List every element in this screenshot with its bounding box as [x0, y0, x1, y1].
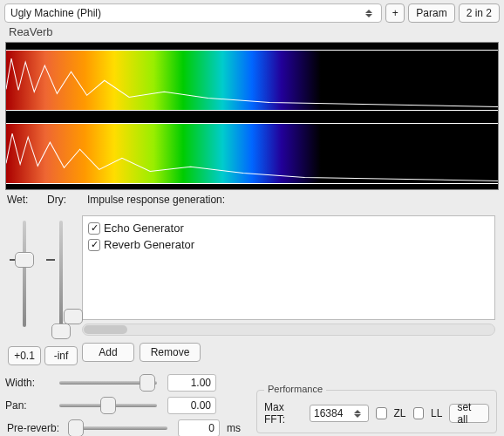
width-slider[interactable] — [56, 376, 160, 390]
dry-label: Dry: — [47, 194, 78, 206]
list-scroll-thumb[interactable] — [64, 309, 83, 324]
dry-slider-thumb[interactable] — [51, 324, 71, 339]
list-horizontal-scrollbar[interactable] — [82, 324, 495, 336]
param-button[interactable]: Param — [408, 3, 454, 23]
performance-group: Performance Max FFT: 16384 ZL LL set all — [256, 390, 497, 433]
pre-reverb-slider-thumb[interactable] — [68, 419, 84, 436]
wet-slider-thumb[interactable] — [15, 252, 34, 268]
width-slider-thumb[interactable] — [140, 374, 155, 392]
wet-value-button[interactable]: +0.1 — [8, 346, 41, 365]
zl-label: ZL — [394, 407, 406, 419]
preset-dropdown-label: Ugly Machine (Phil) — [10, 7, 101, 19]
io-button[interactable]: 2 in 2 — [459, 3, 500, 23]
pan-slider-thumb[interactable] — [100, 397, 116, 414]
checkbox-icon[interactable] — [88, 222, 100, 235]
pan-value-field[interactable]: 0.00 — [167, 397, 216, 414]
ll-label: LL — [431, 407, 442, 419]
pre-reverb-slider[interactable] — [66, 421, 171, 435]
maxfft-label: Max FFT: — [264, 401, 303, 426]
preset-dropdown[interactable]: Ugly Machine (Phil) — [4, 3, 382, 23]
add-preset-button[interactable]: + — [385, 3, 405, 23]
wet-label: Wet: — [7, 194, 38, 206]
wet-slider[interactable] — [13, 217, 36, 330]
plugin-name: ReaVerb — [0, 23, 504, 42]
remove-button[interactable]: Remove — [140, 343, 201, 362]
pan-slider[interactable] — [56, 399, 160, 412]
ir-list[interactable]: Echo Generator Reverb Generator — [82, 215, 495, 320]
pre-reverb-label: Pre-reverb: — [7, 422, 59, 434]
stepper-icon — [365, 10, 376, 17]
list-item[interactable]: Echo Generator — [88, 220, 489, 236]
spectrum-display: 0.97s 44kHz 2ch, max: -6.0dB — [5, 42, 499, 190]
width-value-field[interactable]: 1.00 — [167, 374, 216, 392]
pre-reverb-value-field[interactable]: 0 — [178, 419, 220, 436]
checkbox-icon[interactable] — [88, 239, 100, 251]
ir-label: Impulse response generation: — [87, 194, 225, 206]
ll-checkbox[interactable] — [413, 407, 425, 419]
list-item[interactable]: Reverb Generator — [88, 236, 489, 253]
set-all-button[interactable]: set all — [449, 404, 489, 423]
stepper-icon — [354, 410, 364, 418]
maxfft-select[interactable]: 16384 — [310, 405, 369, 422]
performance-title: Performance — [264, 384, 326, 394]
dry-value-button[interactable]: -inf — [44, 346, 78, 365]
pan-label: Pan: — [5, 399, 49, 412]
list-item-label: Echo Generator — [104, 221, 184, 235]
list-item-label: Reverb Generator — [104, 238, 194, 251]
width-label: Width: — [5, 377, 49, 389]
zl-checkbox[interactable] — [376, 407, 387, 419]
add-button[interactable]: Add — [82, 343, 134, 362]
pre-reverb-unit: ms — [227, 422, 241, 434]
